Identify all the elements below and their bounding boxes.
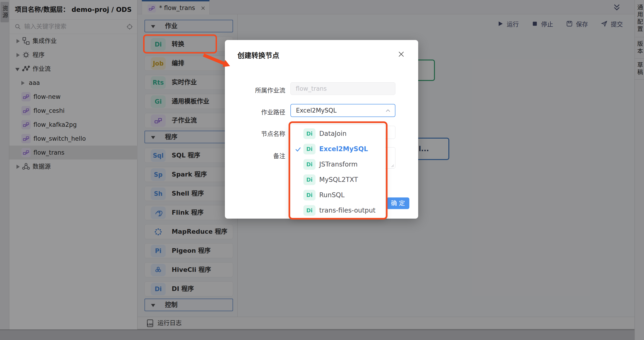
di-badge-icon: Di bbox=[304, 174, 316, 185]
job-path-dropdown: Di DataJoin Di Excel2MySQL Di JSTransfor… bbox=[290, 125, 385, 219]
resize-handle-icon[interactable] bbox=[390, 164, 394, 167]
field-label-job-path: 作业路径 bbox=[225, 107, 285, 116]
job-path-select[interactable]: Excel2MySQL bbox=[290, 104, 396, 117]
close-icon[interactable] bbox=[398, 51, 405, 58]
workflow-field: flow_trans bbox=[290, 82, 396, 95]
dropdown-option-mysql2txt[interactable]: Di MySQL2TXT bbox=[290, 172, 385, 187]
chevron-up-icon bbox=[385, 108, 391, 114]
field-label-remark: 备注 bbox=[225, 151, 285, 160]
check-icon bbox=[294, 146, 302, 153]
confirm-button[interactable]: 确 定 bbox=[386, 197, 409, 209]
di-badge-icon: Di bbox=[304, 159, 316, 170]
di-badge-icon: Di bbox=[304, 190, 316, 200]
dialog-title: 创建转换节点 bbox=[238, 50, 279, 60]
dropdown-option-datajoin[interactable]: Di DataJoin bbox=[290, 126, 385, 141]
dropdown-option-excel2mysql[interactable]: Di Excel2MySQL bbox=[290, 141, 385, 157]
dropdown-option-trans-files-output[interactable]: Di trans-files-output bbox=[290, 203, 385, 218]
di-badge-icon: Di bbox=[304, 144, 316, 154]
di-badge-icon: Di bbox=[304, 128, 316, 139]
field-label-node-name: 节点名称 bbox=[225, 129, 285, 138]
dropdown-option-runsql[interactable]: Di RunSQL bbox=[290, 187, 385, 203]
dropdown-option-jstransform[interactable]: Di JSTransform bbox=[290, 157, 385, 172]
app-window: 资源 项目名称/数据层： demo-proj / ODS 集成作业 程序 bbox=[0, 0, 644, 340]
di-badge-icon: Di bbox=[304, 205, 316, 216]
field-label-workflow: 所属作业流 bbox=[225, 86, 285, 94]
